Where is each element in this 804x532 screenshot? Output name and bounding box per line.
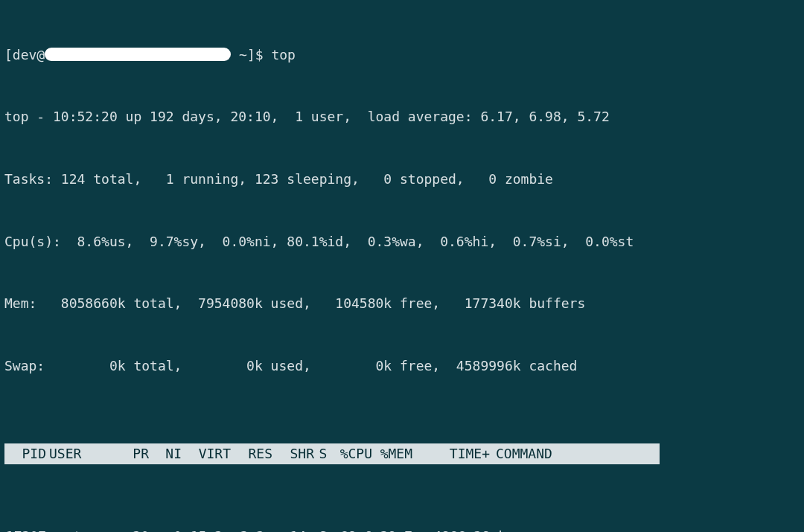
process-table-body: 17207root20015.2g2.3g14mS68.629.74866:38… xyxy=(4,526,800,532)
prompt-at: @ xyxy=(36,47,45,63)
col-res: RES xyxy=(231,443,272,464)
col-cpu: %CPU xyxy=(332,443,372,464)
cell-user: root xyxy=(49,526,116,532)
col-shr: SHR xyxy=(272,443,314,464)
col-cmd: COMMAND xyxy=(490,443,615,464)
summary-time-line: top - 10:52:20 up 192 days, 20:10, 1 use… xyxy=(4,106,800,127)
prompt-open: [ xyxy=(4,47,13,63)
cell-virt: 15.2g xyxy=(182,526,231,532)
shell-prompt-line: [dev@ ~]$ top xyxy=(4,45,800,65)
summary-swap-line: Swap: 0k total, 0k used, 0k free, 458999… xyxy=(4,356,800,376)
process-row: 17207root20015.2g2.3g14mS68.629.74866:38… xyxy=(4,526,800,532)
col-mem: %MEM xyxy=(372,443,412,464)
cell-res: 2.3g xyxy=(231,526,272,532)
summary-mem-line: Mem: 8058660k total, 7954080k used, 1045… xyxy=(4,293,800,314)
cell-pr: 20 xyxy=(116,526,149,532)
col-pid: PID xyxy=(4,443,49,464)
col-virt: VIRT xyxy=(182,443,231,464)
cell-time: 4866:38 xyxy=(412,526,490,532)
prompt-path: ~]$ xyxy=(231,47,271,63)
col-time: TIME+ xyxy=(412,443,490,464)
prompt-user: dev xyxy=(13,47,37,63)
summary-cpu-line: Cpu(s): 8.6%us, 9.7%sy, 0.0%ni, 80.1%id,… xyxy=(4,231,800,252)
col-s: S xyxy=(314,443,332,464)
col-pr: PR xyxy=(116,443,149,464)
cell-s: S xyxy=(314,526,332,532)
typed-command: top xyxy=(271,47,296,63)
cell-shr: 14m xyxy=(272,526,314,532)
cell-ni: 0 xyxy=(149,526,182,532)
cell-pid: 17207 xyxy=(4,526,49,532)
col-ni: NI xyxy=(149,443,182,464)
hostname-redacted xyxy=(45,48,231,60)
cell-mem: 29.7 xyxy=(372,526,412,532)
summary-tasks-line: Tasks: 124 total, 1 running, 123 sleepin… xyxy=(4,169,800,190)
cell-cpu: 68.6 xyxy=(332,526,372,532)
cell-cmd: java xyxy=(490,526,615,532)
col-user: USER xyxy=(49,443,116,464)
process-table-header: PID USER PR NI VIRT RES SHR S %CPU %MEM … xyxy=(4,443,660,464)
terminal[interactable]: [dev@ ~]$ top top - 10:52:20 up 192 days… xyxy=(0,0,804,532)
